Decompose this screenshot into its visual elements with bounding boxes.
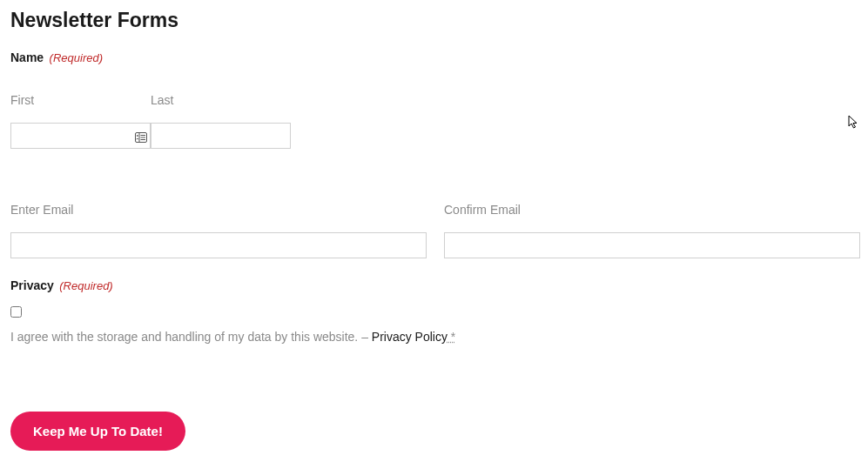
privacy-policy-link[interactable]: Privacy Policy (372, 330, 447, 344)
confirm-email-input[interactable] (444, 232, 860, 258)
name-required-tag: (Required) (50, 51, 103, 64)
name-sublabels: First Last (10, 93, 858, 123)
enter-email-col: Enter Email (10, 203, 427, 258)
first-name-label: First (10, 93, 151, 107)
email-field-group: Enter Email Confirm Email (10, 203, 858, 258)
privacy-field-group: Privacy (Required) I agree with the stor… (10, 278, 858, 344)
name-label: Name (10, 50, 44, 64)
confirm-email-label: Confirm Email (444, 203, 860, 217)
enter-email-label: Enter Email (10, 203, 427, 217)
enter-email-input[interactable] (10, 232, 427, 258)
privacy-label: Privacy (10, 278, 54, 292)
submit-button[interactable]: Keep Me Up To Date! (10, 412, 185, 451)
privacy-label-row: Privacy (Required) (10, 278, 858, 293)
last-name-label: Last (151, 93, 291, 107)
privacy-consent-text: I agree with the storage and handling of… (10, 330, 858, 344)
name-label-row: Name (Required) (10, 50, 858, 65)
confirm-email-col: Confirm Email (444, 203, 860, 258)
last-name-input-wrap (151, 123, 291, 149)
privacy-asterisk: * (447, 330, 455, 344)
first-name-input-wrap (10, 123, 151, 149)
last-name-input[interactable] (151, 123, 291, 149)
privacy-checkbox[interactable] (10, 306, 22, 318)
privacy-required-tag: (Required) (59, 279, 112, 292)
privacy-consent-body: I agree with the storage and handling of… (10, 330, 372, 344)
name-inputs-row (10, 123, 858, 149)
page-title: Newsletter Forms (10, 9, 858, 32)
name-field-group: Name (Required) First Last (10, 50, 858, 149)
privacy-checkbox-row (10, 305, 858, 321)
first-name-input[interactable] (10, 123, 151, 149)
